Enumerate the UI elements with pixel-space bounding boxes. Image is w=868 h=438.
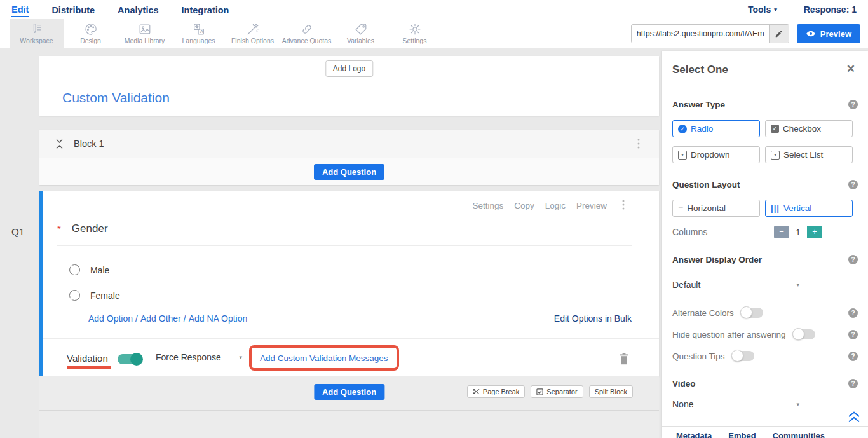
help-icon[interactable]: ? [848, 308, 858, 318]
force-response-dropdown[interactable]: Force Response ▾ [156, 352, 242, 367]
block-name[interactable]: Block 1 [74, 139, 104, 149]
question-logic-link[interactable]: Logic [545, 201, 566, 210]
add-question-button[interactable]: Add Question [314, 384, 384, 400]
help-icon[interactable]: ? [848, 379, 858, 388]
workspace-icon [30, 22, 44, 36]
help-icon[interactable]: ? [848, 100, 858, 109]
tools-dropdown[interactable]: Tools ▾ [748, 4, 777, 15]
top-nav-right: Tools ▾ Response: 1 [748, 4, 857, 15]
answer-type-dropdown[interactable]: ▾ Dropdown [672, 146, 760, 163]
eye-icon [806, 29, 816, 39]
toolbar-tab-label: Languages [182, 37, 215, 44]
response-count-link[interactable]: Response: 1 [804, 4, 857, 15]
preview-button[interactable]: Preview [797, 24, 860, 43]
video-dropdown[interactable]: None ▾ [672, 399, 799, 409]
divider [662, 426, 868, 427]
toolbar-tab-label: Design [80, 37, 101, 44]
columns-value[interactable]: 1 [789, 226, 807, 238]
wand-icon [246, 22, 260, 36]
add-question-button[interactable]: Add Question [314, 164, 384, 180]
columns-row: Columns − 1 + [672, 227, 858, 237]
option-links-row: Add Option/Add Other/Add NA Option [88, 313, 247, 324]
add-option-link[interactable]: Add Option [88, 313, 133, 324]
alternate-colors-toggle[interactable] [742, 308, 763, 318]
page-break-button[interactable]: Page Break [467, 385, 525, 398]
force-response-label: Force Response [156, 352, 221, 362]
question-text[interactable]: Gender [72, 222, 108, 235]
select-list-box-icon: ▾ [771, 151, 780, 160]
question-tips-toggle[interactable] [733, 351, 754, 361]
plus-button[interactable]: + [807, 226, 822, 238]
block-card: Block 1 Add Question [39, 130, 659, 185]
question-settings-link[interactable]: Settings [472, 201, 503, 210]
delete-question-button[interactable] [618, 352, 630, 366]
survey-title[interactable]: Custom Validation [62, 90, 170, 106]
close-icon[interactable]: ✕ [846, 62, 855, 76]
toolbar-tab-settings[interactable]: Settings [388, 19, 442, 48]
survey-url-box [631, 24, 789, 43]
toolbar-tab-label: Variables [347, 37, 374, 44]
question-menu-dots-icon[interactable] [622, 200, 625, 210]
hide-question-toggle[interactable] [794, 329, 815, 339]
question-settings-panel: Select One ✕ Answer Type ? ✓ Radio ✓ Che… [662, 51, 868, 438]
question-copy-link[interactable]: Copy [514, 201, 534, 210]
collapse-block-icon[interactable] [55, 139, 64, 149]
validation-label: Validation [67, 353, 108, 364]
tab-communities[interactable]: Communities [773, 431, 825, 438]
layout-horizontal[interactable]: ≡ Horizontal [672, 200, 760, 217]
toolbar-tab-label: Workspace [20, 37, 53, 44]
red-highlight-annotation: Add Custom Validation Messages [249, 345, 399, 371]
editor-content: Q1 Add Logo Custom Validation Block 1 [0, 48, 868, 438]
edit-url-button[interactable] [769, 25, 789, 43]
block-end-area [39, 411, 659, 438]
toolbar-tab-variables[interactable]: Variables [334, 19, 388, 48]
columns-label: Columns [672, 227, 707, 237]
answer-option-label[interactable]: Male [90, 265, 109, 275]
survey-url-input[interactable] [632, 25, 769, 43]
edit-options-in-bulk-link[interactable]: Edit Options in Bulk [554, 313, 632, 324]
help-icon[interactable]: ? [848, 352, 858, 361]
video-value: None [672, 399, 693, 409]
answer-type-checkbox[interactable]: ✓ Checkbox [765, 120, 853, 137]
answer-display-order-dropdown[interactable]: Default ▾ [672, 280, 799, 290]
toolbar-tab-media-library[interactable]: Media Library [118, 19, 172, 48]
caret-down-icon: ▾ [796, 282, 799, 288]
tab-metadata[interactable]: Metadata [676, 431, 712, 438]
layout-vertical[interactable]: ||| Vertical [765, 200, 853, 217]
answer-option-row: Female [69, 290, 120, 301]
svg-text:A: A [200, 29, 203, 34]
add-other-link[interactable]: Add Other [140, 313, 181, 324]
toolbar-tab-finish-options[interactable]: Finish Options [226, 19, 280, 48]
help-icon[interactable]: ? [848, 255, 858, 264]
help-icon[interactable]: ? [848, 330, 858, 339]
question-preview-link[interactable]: Preview [576, 201, 607, 210]
answer-option-label[interactable]: Female [90, 291, 120, 301]
add-custom-validation-messages-link[interactable]: Add Custom Validation Messages [260, 353, 388, 363]
answer-option-row: Male [69, 264, 109, 275]
scroll-to-top-icon[interactable] [848, 411, 860, 423]
separator-button[interactable]: Separator [531, 385, 583, 398]
add-na-option-link[interactable]: Add NA Option [189, 313, 248, 324]
add-logo-button[interactable]: Add Logo [325, 60, 373, 77]
nav-item-analytics[interactable]: Analytics [118, 3, 158, 17]
layout-option-label: Vertical [783, 203, 811, 213]
nav-item-distribute[interactable]: Distribute [51, 3, 95, 17]
radio-button-icon[interactable] [69, 290, 80, 301]
nav-item-integration[interactable]: Integration [182, 3, 229, 17]
toolbar-tab-workspace[interactable]: Workspace [10, 19, 64, 48]
radio-button-icon[interactable] [69, 264, 80, 275]
answer-type-option-label: Checkbox [783, 124, 821, 133]
answer-type-radio[interactable]: ✓ Radio [672, 120, 760, 137]
tab-embed[interactable]: Embed [728, 431, 756, 438]
help-icon[interactable]: ? [848, 180, 858, 189]
minus-button[interactable]: − [774, 226, 789, 238]
toolbar-tab-design[interactable]: Design [64, 19, 118, 48]
block-menu-dots-icon[interactable] [637, 139, 640, 149]
toolbar-tab-languages[interactable]: A Languages [172, 19, 226, 48]
answer-type-select-list[interactable]: ▾ Select List [765, 146, 853, 163]
question-card: Settings Copy Logic Preview * Gender Mal… [39, 191, 659, 376]
toolbar-tab-advance-quotas[interactable]: Advance Quotas [280, 19, 334, 48]
nav-item-edit[interactable]: Edit [11, 2, 29, 17]
validation-toggle[interactable] [118, 354, 142, 364]
split-block-button[interactable]: Split Block [589, 385, 633, 398]
